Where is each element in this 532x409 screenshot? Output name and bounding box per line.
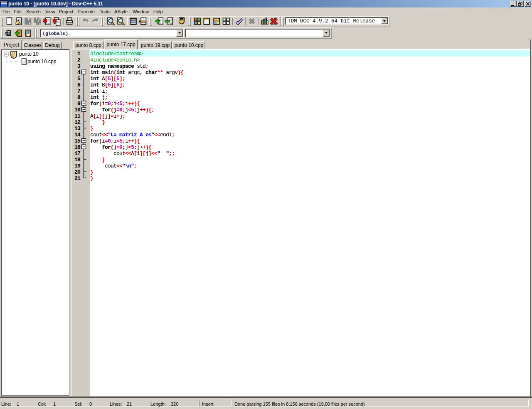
svg-text:C++: C++: [2, 4, 7, 7]
svg-text:DEV: DEV: [1, 1, 7, 4]
